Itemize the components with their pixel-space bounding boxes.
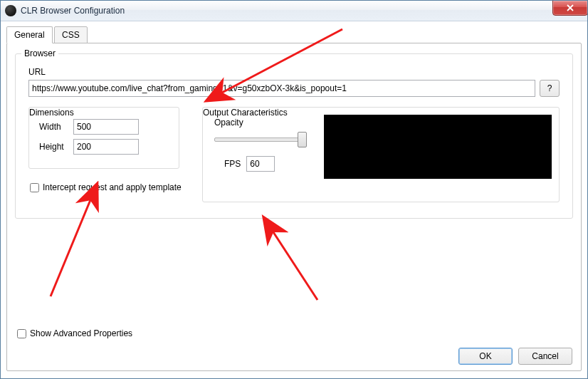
- intercept-row[interactable]: Intercept request and apply template: [30, 182, 182, 192]
- client-area: General CSS Browser URL ? Dimensions Wid…: [6, 26, 582, 371]
- close-button[interactable]: [552, 0, 588, 16]
- app-icon: [5, 5, 16, 16]
- url-help-button[interactable]: ?: [540, 80, 560, 97]
- advanced-label: Show Advanced Properties: [30, 328, 132, 338]
- fps-label: FPS: [224, 159, 241, 169]
- slider-thumb[interactable]: [298, 132, 307, 147]
- tab-general[interactable]: General: [6, 26, 53, 43]
- button-row: OK Cancel: [458, 348, 572, 365]
- group-browser-legend: Browser: [21, 48, 58, 58]
- height-label: Height: [39, 142, 70, 152]
- opacity-label: Opacity: [214, 118, 243, 128]
- fps-row: FPS: [224, 156, 275, 172]
- group-dimensions: Dimensions Width Height: [28, 107, 179, 169]
- tab-strip: General CSS: [6, 26, 582, 43]
- tab-panel: Browser URL ? Dimensions Width Height: [6, 43, 582, 371]
- advanced-checkbox[interactable]: [17, 329, 26, 338]
- tab-css[interactable]: CSS: [54, 26, 88, 43]
- window-title: CLR Browser Configuration: [21, 6, 125, 16]
- config-window: CLR Browser Configuration General CSS Br…: [0, 0, 588, 379]
- intercept-label: Intercept request and apply template: [43, 182, 182, 192]
- url-input[interactable]: [28, 80, 535, 97]
- url-label: URL: [28, 67, 46, 77]
- output-preview: [324, 115, 552, 179]
- width-row: Width: [39, 119, 139, 135]
- ok-button[interactable]: OK: [458, 348, 513, 365]
- width-input[interactable]: [73, 119, 139, 135]
- group-output: Output Characteristics Opacity FPS: [202, 107, 560, 202]
- height-row: Height: [39, 139, 139, 155]
- slider-track: [214, 137, 307, 142]
- opacity-slider[interactable]: [214, 132, 307, 146]
- titlebar: CLR Browser Configuration: [1, 1, 587, 21]
- intercept-checkbox[interactable]: [30, 183, 39, 192]
- advanced-row[interactable]: Show Advanced Properties: [17, 328, 132, 338]
- group-dimensions-legend: Dimensions: [29, 108, 179, 118]
- question-icon: ?: [547, 83, 552, 93]
- cancel-button[interactable]: Cancel: [518, 348, 572, 365]
- group-browser: Browser URL ? Dimensions Width Height: [15, 53, 573, 219]
- url-row: ?: [28, 80, 560, 97]
- width-label: Width: [39, 122, 70, 132]
- close-icon: [566, 4, 574, 11]
- fps-input[interactable]: [246, 156, 275, 172]
- height-input[interactable]: [73, 139, 139, 155]
